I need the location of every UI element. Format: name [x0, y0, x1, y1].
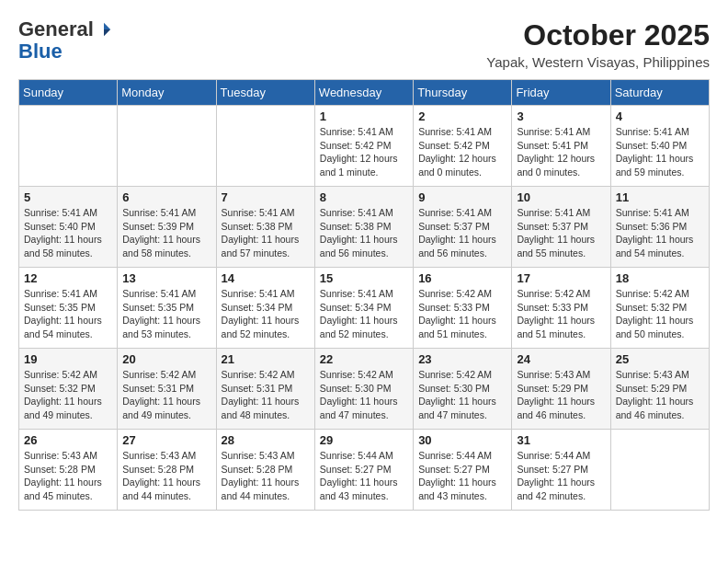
calendar-cell: 28Sunrise: 5:43 AMSunset: 5:28 PMDayligh… — [216, 430, 314, 511]
day-number: 7 — [222, 190, 310, 204]
calendar-cell: 22Sunrise: 5:42 AMSunset: 5:30 PMDayligh… — [314, 349, 413, 430]
day-info: Sunrise: 5:41 AMSunset: 5:36 PMDaylight:… — [616, 206, 704, 260]
day-number: 14 — [222, 271, 310, 285]
day-info: Sunrise: 5:41 AMSunset: 5:34 PMDaylight:… — [320, 287, 408, 341]
calendar-cell: 18Sunrise: 5:42 AMSunset: 5:32 PMDayligh… — [610, 268, 709, 349]
calendar-cell: 2Sunrise: 5:41 AMSunset: 5:42 PMDaylight… — [414, 106, 512, 187]
day-number: 25 — [616, 352, 704, 366]
day-info: Sunrise: 5:41 AMSunset: 5:35 PMDaylight:… — [122, 287, 210, 341]
day-number: 28 — [222, 433, 310, 447]
day-number: 26 — [24, 433, 112, 447]
day-number: 17 — [517, 271, 605, 285]
calendar-cell: 31Sunrise: 5:44 AMSunset: 5:27 PMDayligh… — [512, 430, 610, 511]
calendar-week-1: 1Sunrise: 5:41 AMSunset: 5:42 PMDaylight… — [19, 106, 710, 187]
day-info: Sunrise: 5:41 AMSunset: 5:39 PMDaylight:… — [122, 206, 210, 260]
calendar-cell: 26Sunrise: 5:43 AMSunset: 5:28 PMDayligh… — [19, 430, 118, 511]
day-info: Sunrise: 5:41 AMSunset: 5:38 PMDaylight:… — [320, 206, 408, 260]
day-info: Sunrise: 5:41 AMSunset: 5:35 PMDaylight:… — [24, 287, 112, 341]
calendar-cell: 15Sunrise: 5:41 AMSunset: 5:34 PMDayligh… — [314, 268, 413, 349]
day-number: 6 — [122, 190, 210, 204]
calendar-cell: 16Sunrise: 5:42 AMSunset: 5:33 PMDayligh… — [414, 268, 512, 349]
calendar-cell: 24Sunrise: 5:43 AMSunset: 5:29 PMDayligh… — [512, 349, 610, 430]
day-info: Sunrise: 5:42 AMSunset: 5:33 PMDaylight:… — [418, 287, 506, 341]
weekday-tuesday: Tuesday — [216, 80, 314, 106]
calendar-cell: 29Sunrise: 5:44 AMSunset: 5:27 PMDayligh… — [314, 430, 413, 511]
calendar-cell: 20Sunrise: 5:42 AMSunset: 5:31 PMDayligh… — [118, 349, 216, 430]
calendar-week-2: 5Sunrise: 5:41 AMSunset: 5:40 PMDaylight… — [19, 187, 710, 268]
calendar-cell: 19Sunrise: 5:42 AMSunset: 5:32 PMDayligh… — [19, 349, 118, 430]
svg-marker-0 — [104, 23, 110, 29]
calendar-cell: 21Sunrise: 5:42 AMSunset: 5:31 PMDayligh… — [216, 349, 314, 430]
calendar-cell — [118, 106, 216, 187]
calendar-week-4: 19Sunrise: 5:42 AMSunset: 5:32 PMDayligh… — [19, 349, 710, 430]
logo-general: General — [18, 18, 94, 40]
day-number: 2 — [418, 109, 506, 123]
calendar-week-5: 26Sunrise: 5:43 AMSunset: 5:28 PMDayligh… — [19, 430, 710, 511]
day-info: Sunrise: 5:42 AMSunset: 5:31 PMDaylight:… — [122, 368, 210, 422]
logo-blue: Blue — [18, 40, 63, 63]
day-info: Sunrise: 5:44 AMSunset: 5:27 PMDaylight:… — [517, 449, 605, 503]
day-info: Sunrise: 5:41 AMSunset: 5:40 PMDaylight:… — [616, 125, 704, 179]
day-info: Sunrise: 5:43 AMSunset: 5:28 PMDaylight:… — [24, 449, 112, 503]
day-number: 1 — [320, 109, 408, 123]
day-info: Sunrise: 5:41 AMSunset: 5:42 PMDaylight:… — [418, 125, 506, 179]
day-info: Sunrise: 5:42 AMSunset: 5:31 PMDaylight:… — [222, 368, 310, 422]
calendar-cell: 7Sunrise: 5:41 AMSunset: 5:38 PMDaylight… — [216, 187, 314, 268]
day-number: 30 — [418, 433, 506, 447]
day-info: Sunrise: 5:41 AMSunset: 5:42 PMDaylight:… — [320, 125, 408, 179]
day-number: 4 — [616, 109, 704, 123]
day-info: Sunrise: 5:43 AMSunset: 5:28 PMDaylight:… — [122, 449, 210, 503]
day-number: 5 — [24, 190, 112, 204]
calendar-cell — [610, 430, 709, 511]
calendar-cell: 9Sunrise: 5:41 AMSunset: 5:37 PMDaylight… — [414, 187, 512, 268]
day-info: Sunrise: 5:43 AMSunset: 5:29 PMDaylight:… — [517, 368, 605, 422]
svg-marker-1 — [104, 29, 110, 36]
calendar-cell: 4Sunrise: 5:41 AMSunset: 5:40 PMDaylight… — [610, 106, 709, 187]
title-block: October 2025 Yapak, Western Visayas, Phi… — [486, 18, 710, 70]
day-number: 18 — [616, 271, 704, 285]
day-number: 11 — [616, 190, 704, 204]
day-info: Sunrise: 5:41 AMSunset: 5:34 PMDaylight:… — [222, 287, 310, 341]
day-info: Sunrise: 5:42 AMSunset: 5:33 PMDaylight:… — [517, 287, 605, 341]
day-info: Sunrise: 5:41 AMSunset: 5:38 PMDaylight:… — [222, 206, 310, 260]
weekday-header-row: SundayMondayTuesdayWednesdayThursdayFrid… — [19, 80, 710, 106]
day-info: Sunrise: 5:42 AMSunset: 5:30 PMDaylight:… — [418, 368, 506, 422]
day-info: Sunrise: 5:41 AMSunset: 5:41 PMDaylight:… — [517, 125, 605, 179]
day-number: 24 — [517, 352, 605, 366]
logo-text: General Blue — [18, 18, 112, 63]
weekday-saturday: Saturday — [610, 80, 709, 106]
day-info: Sunrise: 5:44 AMSunset: 5:27 PMDaylight:… — [320, 449, 408, 503]
logo: General Blue — [18, 18, 112, 63]
day-number: 8 — [320, 190, 408, 204]
calendar-cell: 14Sunrise: 5:41 AMSunset: 5:34 PMDayligh… — [216, 268, 314, 349]
day-number: 27 — [122, 433, 210, 447]
day-number: 21 — [222, 352, 310, 366]
logo-icon — [96, 21, 112, 38]
weekday-monday: Monday — [118, 80, 216, 106]
calendar-cell: 13Sunrise: 5:41 AMSunset: 5:35 PMDayligh… — [118, 268, 216, 349]
day-number: 15 — [320, 271, 408, 285]
calendar-cell: 25Sunrise: 5:43 AMSunset: 5:29 PMDayligh… — [610, 349, 709, 430]
day-number: 9 — [418, 190, 506, 204]
day-info: Sunrise: 5:42 AMSunset: 5:32 PMDaylight:… — [616, 287, 704, 341]
day-info: Sunrise: 5:41 AMSunset: 5:37 PMDaylight:… — [517, 206, 605, 260]
day-info: Sunrise: 5:41 AMSunset: 5:37 PMDaylight:… — [418, 206, 506, 260]
calendar-cell: 27Sunrise: 5:43 AMSunset: 5:28 PMDayligh… — [118, 430, 216, 511]
day-number: 31 — [517, 433, 605, 447]
calendar-cell: 10Sunrise: 5:41 AMSunset: 5:37 PMDayligh… — [512, 187, 610, 268]
calendar-cell: 8Sunrise: 5:41 AMSunset: 5:38 PMDaylight… — [314, 187, 413, 268]
day-number: 22 — [320, 352, 408, 366]
day-info: Sunrise: 5:41 AMSunset: 5:40 PMDaylight:… — [24, 206, 112, 260]
calendar-cell: 5Sunrise: 5:41 AMSunset: 5:40 PMDaylight… — [19, 187, 118, 268]
weekday-wednesday: Wednesday — [314, 80, 413, 106]
calendar-cell: 3Sunrise: 5:41 AMSunset: 5:41 PMDaylight… — [512, 106, 610, 187]
calendar-cell: 6Sunrise: 5:41 AMSunset: 5:39 PMDaylight… — [118, 187, 216, 268]
weekday-thursday: Thursday — [414, 80, 512, 106]
day-number: 12 — [24, 271, 112, 285]
day-number: 10 — [517, 190, 605, 204]
calendar-cell: 1Sunrise: 5:41 AMSunset: 5:42 PMDaylight… — [314, 106, 413, 187]
day-number: 29 — [320, 433, 408, 447]
day-number: 19 — [24, 352, 112, 366]
day-info: Sunrise: 5:42 AMSunset: 5:30 PMDaylight:… — [320, 368, 408, 422]
day-number: 23 — [418, 352, 506, 366]
